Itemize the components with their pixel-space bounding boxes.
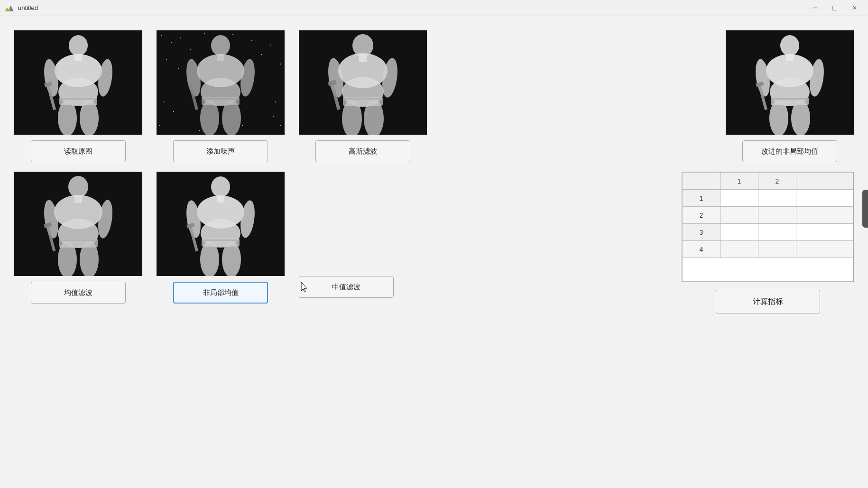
svg-rect-26: [190, 49, 191, 50]
svg-point-1: [69, 35, 88, 56]
svg-rect-23: [161, 35, 162, 36]
image-panel-median: 中值滤波: [299, 172, 394, 298]
svg-point-93: [222, 241, 241, 276]
image-noise: [157, 30, 285, 135]
table-row-2-header: 2: [683, 207, 720, 224]
mean-filter-button[interactable]: 均值滤波: [31, 282, 126, 304]
table-cell-3-extra: [796, 224, 853, 241]
svg-rect-24: [171, 42, 172, 43]
calculate-metrics-button[interactable]: 计算指标: [716, 290, 820, 313]
svg-point-85: [211, 176, 230, 197]
svg-rect-36: [273, 116, 274, 117]
svg-rect-40: [199, 130, 200, 131]
table-col-1-header: 1: [720, 173, 758, 190]
row1: 读取原图: [14, 30, 854, 162]
svg-point-66: [769, 100, 788, 135]
image-panel-improved-nonlocal: 改进的非局部均值: [726, 30, 854, 162]
nonlocal-mean-button[interactable]: 非局部均值: [173, 282, 268, 304]
svg-rect-70: [771, 98, 809, 100]
svg-point-8: [58, 100, 77, 135]
add-noise-button[interactable]: 添加噪声: [173, 140, 268, 162]
svg-point-67: [791, 100, 810, 135]
gaussian-filter-button[interactable]: 高斯滤波: [315, 140, 410, 162]
title-bar: untitled − □ ×: [0, 0, 868, 16]
body-figure-gaussian: [299, 30, 427, 135]
svg-rect-83: [59, 239, 98, 241]
table-cell-1-extra: [796, 190, 853, 207]
median-filter-button[interactable]: 中值滤波: [299, 276, 394, 298]
image-panel-gaussian: 高斯滤波: [299, 30, 427, 162]
table-cell-1-2: [758, 190, 796, 207]
svg-rect-32: [280, 64, 281, 64]
svg-rect-38: [232, 34, 233, 35]
svg-rect-35: [275, 101, 276, 102]
svg-rect-44: [217, 54, 224, 61]
svg-rect-43: [202, 98, 240, 100]
data-table-wrapper: 1 2 1 2: [682, 172, 854, 282]
matlab-logo-icon: [4, 3, 14, 13]
table-row: 3: [683, 224, 853, 241]
table-cell-4-extra: [796, 241, 853, 258]
read-original-button[interactable]: 读取原图: [31, 140, 126, 162]
svg-rect-57: [343, 98, 383, 100]
close-button[interactable]: ×: [845, 1, 864, 15]
main-content: 读取原图: [0, 16, 868, 488]
body-figure-original: [14, 30, 142, 135]
image-panel-mean: 均值滤波: [14, 172, 142, 304]
svg-rect-28: [178, 68, 179, 69]
image-mean-filter: [14, 172, 142, 276]
image-panel-nonlocal: 非局部均值: [157, 172, 285, 304]
svg-point-14: [211, 35, 230, 56]
image-original: [14, 30, 142, 135]
body-figure-noise: [157, 30, 285, 135]
svg-rect-31: [270, 45, 271, 46]
window-title: untitled: [18, 4, 38, 11]
svg-point-59: [780, 35, 799, 56]
svg-point-72: [68, 176, 88, 198]
svg-point-21: [222, 100, 241, 135]
svg-rect-30: [261, 54, 262, 55]
svg-point-20: [200, 100, 219, 135]
image-panel-original: 读取原图: [14, 30, 142, 162]
title-bar-controls: − □ ×: [805, 1, 864, 15]
body-figure-mean: [14, 172, 142, 276]
improved-nonlocal-button[interactable]: 改进的非局部均值: [742, 140, 837, 162]
scrollbar-handle[interactable]: [862, 190, 868, 228]
table-header-row: 1 2: [683, 173, 853, 190]
minimize-button[interactable]: −: [805, 1, 824, 15]
image-nonlocal-mean: [157, 172, 285, 276]
table-cell-4-2: [758, 241, 796, 258]
table-col-2-header: 2: [758, 173, 796, 190]
table-cell-1-1: [720, 190, 758, 207]
table-row-4-header: 4: [683, 241, 720, 258]
table-row: 2: [683, 207, 853, 224]
svg-rect-27: [166, 59, 167, 60]
svg-rect-34: [173, 111, 174, 112]
body-figure-improved-nonlocal: [726, 30, 854, 135]
image-gaussian: [299, 30, 427, 135]
svg-rect-42: [280, 125, 281, 126]
table-cell-3-1: [720, 224, 758, 241]
svg-point-92: [200, 241, 219, 276]
row2: 均值滤波: [14, 172, 854, 313]
maximize-button[interactable]: □: [825, 1, 844, 15]
svg-rect-41: [159, 125, 160, 126]
svg-rect-96: [202, 239, 240, 241]
table-row-1-header: 1: [683, 190, 720, 207]
right-panel: 1 2 1 2: [682, 172, 854, 313]
table-cell-2-extra: [796, 207, 853, 224]
table-cell-2-2: [758, 207, 796, 224]
image-panel-noise: 添加噪声: [157, 30, 285, 162]
title-bar-left: untitled: [4, 3, 38, 13]
svg-rect-39: [242, 125, 243, 126]
svg-rect-25: [180, 37, 181, 38]
table-cell-3-2: [758, 224, 796, 241]
svg-rect-12: [59, 98, 97, 100]
table-col-extra-header: [796, 173, 853, 190]
table-row-3-header: 3: [683, 224, 720, 241]
table-row: 4: [683, 241, 853, 258]
table-cell-2-1: [720, 207, 758, 224]
svg-rect-33: [164, 101, 165, 102]
table-cell-4-1: [720, 241, 758, 258]
body-figure-nonlocal: [157, 172, 285, 276]
